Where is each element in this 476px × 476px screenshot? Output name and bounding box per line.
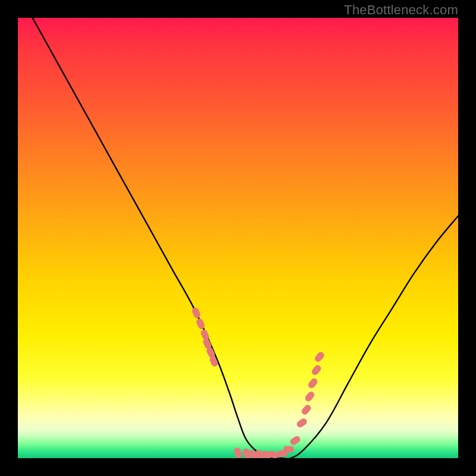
- watermark-text: TheBottleneck.com: [344, 2, 458, 18]
- plot-area: [18, 18, 458, 458]
- data-marker: [304, 390, 316, 403]
- data-marker: [314, 350, 325, 363]
- data-marker: [233, 447, 243, 458]
- chart-frame: TheBottleneck.com: [0, 0, 476, 476]
- data-marker: [300, 403, 312, 416]
- bottleneck-curve: [18, 18, 458, 458]
- data-marker: [289, 435, 302, 446]
- data-markers: [191, 306, 325, 458]
- data-marker: [311, 364, 322, 377]
- chart-svg: [18, 18, 458, 458]
- data-marker: [283, 446, 294, 453]
- data-marker: [307, 377, 319, 390]
- data-marker: [296, 417, 308, 428]
- data-marker: [191, 306, 201, 319]
- data-marker: [195, 318, 205, 330]
